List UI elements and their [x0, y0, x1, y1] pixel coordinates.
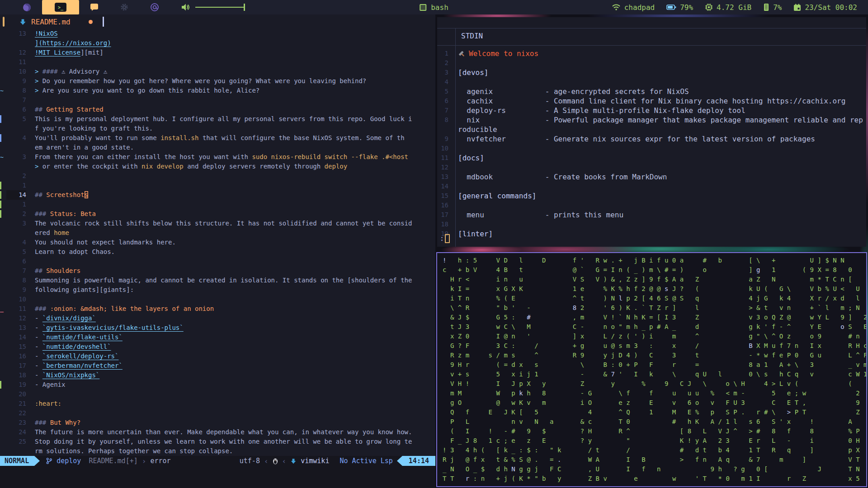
- line-text: [26, 389, 35, 399]
- gutter-sign: [0, 209, 6, 219]
- line-text: ered home: [26, 228, 69, 238]
- pager-line: 7 deploy-rs - A Simple multi-profile Nix…: [437, 106, 866, 115]
- editor-line[interactable]: 24The future is more uncertain than ever…: [0, 427, 435, 437]
- editor-line[interactable]: 1: [0, 200, 435, 209]
- editor-line[interactable]: > or enter the cockpit with nix develop …: [0, 162, 435, 171]
- cpu-module[interactable]: 7%: [763, 3, 782, 12]
- pager-prompt[interactable]: :: [440, 234, 450, 243]
- gutter-sign: [0, 57, 6, 67]
- editor-line[interactable]: _11### :onion: &mdash; like the layers o…: [0, 304, 435, 314]
- editor-line[interactable]: em aren't in a good state.: [0, 143, 435, 152]
- volume-icon[interactable]: [170, 0, 190, 14]
- editor-line[interactable]: 5This is my personal deployment hub. I c…: [0, 114, 435, 124]
- gutter-sign: [0, 427, 6, 437]
- editor-line[interactable]: 5Learn to adopt Chaos.: [0, 247, 435, 257]
- calendar-icon: [793, 4, 801, 11]
- editor-line[interactable]: ~3From there you can either install the …: [0, 152, 435, 162]
- buffer-filename[interactable]: README.md: [31, 18, 71, 26]
- editor-line[interactable]: 10> #### ⚠ Advisory ⚠: [0, 67, 435, 76]
- pager-line: 1Welcome to nixos: [437, 49, 866, 58]
- editor-line[interactable]: 4You should not expect landmarks here.: [0, 238, 435, 247]
- matrix-row: c +bV 4B t @` G=In(_)m\#=) o ]g 1 (9X=8 …: [443, 265, 866, 275]
- editor-line[interactable]: 11: [0, 57, 435, 67]
- gutter-sign: _: [0, 304, 6, 314]
- editor-text-area[interactable]: 13!NixOS](https://nixos.org)12!MIT Licen…: [0, 29, 435, 456]
- editor-line[interactable]: 13- `gytis-ivaskevicius/flake-utils-plus…: [0, 323, 435, 333]
- editor-line[interactable]: 17- `berberman/nvfetcher`: [0, 361, 435, 371]
- editor-line[interactable]: 9> Do you remember how you got here? Whe…: [0, 76, 435, 86]
- matrix-terminal-window[interactable]: ! h:5 VD l D f' Rw.+ jBifu0a # b [\ + U]…: [436, 252, 867, 487]
- editor-window[interactable]: README.md 13!NixOS](https://nixos.org)12…: [0, 14, 435, 488]
- editor-line[interactable]: 2: [0, 171, 435, 181]
- gutter-sign: [0, 342, 6, 352]
- editor-line[interactable]: 7: [0, 95, 435, 105]
- pager-line: 6 cachix - Command line client for Nix b…: [437, 96, 866, 106]
- line-number: 14: [6, 333, 26, 342]
- focused-window-title: bash: [420, 3, 448, 12]
- editor-line[interactable]: 1: [0, 181, 435, 190]
- editor-line[interactable]: ~8> Are you sure you want to go down thi…: [0, 86, 435, 95]
- editor-line[interactable]: 12!MIT License][mit]: [0, 48, 435, 57]
- ram-module[interactable]: 4.72 GiB: [705, 3, 751, 12]
- firefox-icon[interactable]: [12, 0, 42, 14]
- gear-icon[interactable]: [109, 0, 139, 14]
- window-title-text: bash: [431, 3, 448, 12]
- battery-icon: [666, 4, 676, 10]
- line-number: 16: [6, 352, 26, 361]
- clock-module[interactable]: 23/Sat 00:02: [793, 3, 857, 12]
- workspace-active[interactable]: >_: [42, 0, 79, 14]
- editor-line[interactable]: 6: [0, 257, 435, 266]
- volume-slider[interactable]: [195, 7, 245, 8]
- command-line[interactable]: [0, 466, 435, 488]
- hammer-icon: [458, 50, 465, 57]
- editor-line[interactable]: 6## Getting Started: [0, 105, 435, 114]
- line-text: You'll probably want to run some install…: [26, 133, 405, 143]
- editor-line[interactable]: 8Summoning is powerful magic, and cannot…: [0, 276, 435, 285]
- editor-line[interactable]: 7## Shoulders: [0, 266, 435, 276]
- editor-line[interactable]: rm solutions. Perhaps together we can st…: [0, 446, 435, 456]
- editor-line[interactable]: 14## Screetshots: [0, 190, 435, 200]
- line-text: following giants][giants]:: [26, 285, 134, 295]
- editor-line[interactable]: ered home: [0, 228, 435, 238]
- editor-line[interactable]: 20: [0, 389, 435, 399]
- line-number: 13: [6, 323, 26, 333]
- editor-line[interactable]: 12- `divnix/digga`: [0, 314, 435, 323]
- editor-line[interactable]: 10: [0, 295, 435, 304]
- editor-line[interactable]: 15- `numtide/devshell`: [0, 342, 435, 352]
- cpu-percent: 7%: [773, 3, 782, 12]
- line-text: - `NixOS/nixpkgs`: [26, 371, 99, 380]
- line-number: 18: [6, 371, 26, 380]
- network-module[interactable]: chadpad: [612, 3, 655, 12]
- volume-slider-handle[interactable]: [244, 4, 245, 11]
- line-text: [26, 200, 35, 209]
- editor-line[interactable]: 4You'll probably want to run some instal…: [0, 133, 435, 143]
- editor-line[interactable]: 9following giants][giants]:: [0, 285, 435, 295]
- editor-line[interactable]: 23### But Why?: [0, 418, 435, 427]
- line-number: [6, 228, 26, 238]
- line-text: rm solutions. Perhaps together we can st…: [26, 446, 233, 456]
- pager-terminal-window[interactable]: STDIN 1Welcome to nixos23[devos]45 ageni…: [437, 17, 866, 247]
- line-text: [26, 57, 35, 67]
- editor-line[interactable]: 25Stop doing it by yourself, unless we l…: [0, 437, 435, 446]
- editor-line[interactable]: 14- `numtide/flake-utils`: [0, 333, 435, 342]
- line-text: - `numtide/flake-utils`: [26, 333, 123, 342]
- editor-line[interactable]: ](https://nixos.org): [0, 38, 435, 48]
- matrix-row: TT r:n +j(K*"b y ZBv e w 'T *0 m1I r Z x…: [443, 474, 866, 483]
- editor-line[interactable]: f you're looking to graft this.: [0, 124, 435, 133]
- line-number: 12: [6, 314, 26, 323]
- chat-icon[interactable]: [79, 0, 109, 14]
- line-text: ](https://nixos.org): [26, 38, 111, 48]
- battery-module[interactable]: 79%: [666, 3, 693, 12]
- editor-line[interactable]: 21:heart:: [0, 399, 435, 408]
- matrix-row: _N O_$ dhNggj FC ,U I f n 9h ?g 0[ J TN: [443, 465, 866, 474]
- pager-line-number: 10: [437, 144, 452, 153]
- editor-line[interactable]: 22: [0, 408, 435, 418]
- editor-line[interactable]: 16- `serokell/deploy-rs`: [0, 352, 435, 361]
- editor-line[interactable]: 18- `NixOS/nixpkgs`: [0, 371, 435, 380]
- line-number: 10: [6, 67, 26, 76]
- editor-line[interactable]: 13!NixOS: [0, 29, 435, 38]
- editor-line[interactable]: 19- Agenix: [0, 380, 435, 389]
- editor-line[interactable]: 2### Status: Beta: [0, 209, 435, 219]
- at-icon[interactable]: [139, 0, 170, 14]
- editor-line[interactable]: 3The volcanic rock still shifts below th…: [0, 219, 435, 228]
